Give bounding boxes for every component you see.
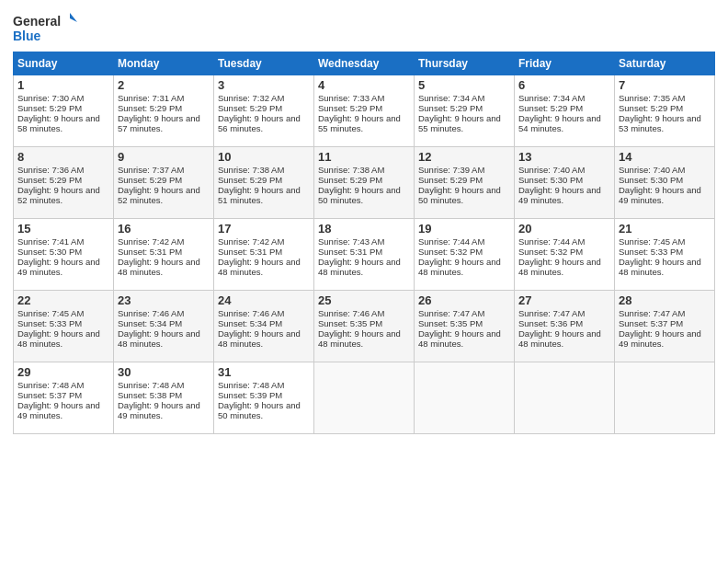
calendar-cell: 19Sunrise: 7:44 AMSunset: 5:32 PMDayligh… bbox=[415, 219, 515, 291]
sunrise: Sunrise: 7:47 AM bbox=[418, 308, 484, 318]
day-number: 10 bbox=[218, 150, 310, 164]
sunrise: Sunrise: 7:46 AM bbox=[318, 308, 384, 318]
calendar-table: SundayMondayTuesdayWednesdayThursdayFrid… bbox=[13, 52, 715, 434]
day-header-friday: Friday bbox=[515, 52, 615, 75]
sunset: Sunset: 5:31 PM bbox=[218, 247, 282, 257]
daylight: Daylight: 9 hours and 48 minutes. bbox=[118, 257, 200, 277]
sunrise: Sunrise: 7:30 AM bbox=[17, 93, 84, 103]
day-number: 13 bbox=[518, 150, 610, 164]
day-number: 2 bbox=[118, 78, 210, 92]
sunrise: Sunrise: 7:48 AM bbox=[218, 380, 284, 390]
day-number: 15 bbox=[17, 222, 109, 236]
day-number: 16 bbox=[118, 222, 210, 236]
calendar-cell: 5Sunrise: 7:34 AMSunset: 5:29 PMDaylight… bbox=[415, 75, 515, 147]
logo: General Blue bbox=[13, 9, 77, 46]
day-number: 8 bbox=[17, 150, 109, 164]
daylight: Daylight: 9 hours and 48 minutes. bbox=[518, 328, 601, 349]
calendar-cell: 16Sunrise: 7:42 AMSunset: 5:31 PMDayligh… bbox=[114, 219, 214, 291]
calendar-cell: 20Sunrise: 7:44 AMSunset: 5:32 PMDayligh… bbox=[515, 219, 615, 291]
day-number: 5 bbox=[418, 78, 510, 92]
sunrise: Sunrise: 7:34 AM bbox=[518, 93, 585, 103]
daylight: Daylight: 9 hours and 49 minutes. bbox=[17, 400, 100, 420]
calendar-cell: 23Sunrise: 7:46 AMSunset: 5:34 PMDayligh… bbox=[114, 291, 214, 362]
daylight: Daylight: 9 hours and 49 minutes. bbox=[17, 257, 100, 277]
sunset: Sunset: 5:36 PM bbox=[518, 318, 583, 328]
sunrise: Sunrise: 7:34 AM bbox=[418, 93, 484, 103]
sunset: Sunset: 5:31 PM bbox=[118, 247, 182, 257]
calendar-cell: 17Sunrise: 7:42 AMSunset: 5:31 PMDayligh… bbox=[214, 219, 314, 291]
daylight: Daylight: 9 hours and 49 minutes. bbox=[518, 185, 601, 205]
sunset: Sunset: 5:31 PM bbox=[318, 247, 382, 257]
sunset: Sunset: 5:32 PM bbox=[418, 247, 483, 257]
day-header-thursday: Thursday bbox=[415, 52, 515, 75]
day-header-monday: Monday bbox=[114, 52, 214, 75]
sunset: Sunset: 5:35 PM bbox=[318, 318, 382, 328]
sunrise: Sunrise: 7:39 AM bbox=[418, 165, 484, 175]
sunrise: Sunrise: 7:32 AM bbox=[218, 93, 284, 103]
daylight: Daylight: 9 hours and 49 minutes. bbox=[118, 400, 200, 420]
calendar-cell: 22Sunrise: 7:45 AMSunset: 5:33 PMDayligh… bbox=[14, 291, 114, 362]
daylight: Daylight: 9 hours and 57 minutes. bbox=[118, 113, 200, 133]
sunrise: Sunrise: 7:31 AM bbox=[118, 93, 184, 103]
daylight: Daylight: 9 hours and 50 minutes. bbox=[318, 185, 401, 205]
calendar-cell: 11Sunrise: 7:38 AMSunset: 5:29 PMDayligh… bbox=[314, 147, 415, 219]
sunset: Sunset: 5:37 PM bbox=[17, 390, 82, 400]
sunset: Sunset: 5:32 PM bbox=[518, 247, 583, 257]
sunset: Sunset: 5:37 PM bbox=[619, 318, 683, 328]
day-number: 3 bbox=[218, 78, 310, 92]
day-header-sunday: Sunday bbox=[14, 52, 114, 75]
sunset: Sunset: 5:34 PM bbox=[218, 318, 282, 328]
calendar-cell: 4Sunrise: 7:33 AMSunset: 5:29 PMDaylight… bbox=[314, 75, 415, 147]
daylight: Daylight: 9 hours and 58 minutes. bbox=[17, 113, 100, 133]
day-number: 17 bbox=[218, 222, 310, 236]
sunset: Sunset: 5:35 PM bbox=[418, 318, 483, 328]
sunset: Sunset: 5:33 PM bbox=[17, 318, 82, 328]
daylight: Daylight: 9 hours and 48 minutes. bbox=[518, 257, 601, 277]
day-number: 9 bbox=[118, 150, 210, 164]
day-number: 23 bbox=[118, 293, 210, 307]
day-number: 4 bbox=[318, 78, 410, 92]
day-number: 12 bbox=[418, 150, 510, 164]
day-number: 25 bbox=[318, 293, 410, 307]
sunrise: Sunrise: 7:45 AM bbox=[17, 308, 84, 318]
calendar-cell: 12Sunrise: 7:39 AMSunset: 5:29 PMDayligh… bbox=[415, 147, 515, 219]
sunset: Sunset: 5:30 PM bbox=[17, 247, 82, 257]
calendar-cell: 30Sunrise: 7:48 AMSunset: 5:38 PMDayligh… bbox=[114, 362, 214, 434]
daylight: Daylight: 9 hours and 54 minutes. bbox=[518, 113, 601, 133]
calendar-cell: 15Sunrise: 7:41 AMSunset: 5:30 PMDayligh… bbox=[14, 219, 114, 291]
daylight: Daylight: 9 hours and 50 minutes. bbox=[218, 400, 301, 420]
day-number: 31 bbox=[218, 365, 310, 379]
sunrise: Sunrise: 7:37 AM bbox=[118, 165, 184, 175]
daylight: Daylight: 9 hours and 53 minutes. bbox=[619, 113, 701, 133]
sunset: Sunset: 5:29 PM bbox=[318, 103, 382, 113]
calendar-cell: 25Sunrise: 7:46 AMSunset: 5:35 PMDayligh… bbox=[314, 291, 415, 362]
calendar-cell: 7Sunrise: 7:35 AMSunset: 5:29 PMDaylight… bbox=[615, 75, 715, 147]
sunset: Sunset: 5:29 PM bbox=[118, 103, 182, 113]
sunrise: Sunrise: 7:33 AM bbox=[318, 93, 384, 103]
calendar-cell: 1Sunrise: 7:30 AMSunset: 5:29 PMDaylight… bbox=[14, 75, 114, 147]
calendar-cell: 31Sunrise: 7:48 AMSunset: 5:39 PMDayligh… bbox=[214, 362, 314, 434]
day-header-wednesday: Wednesday bbox=[314, 52, 415, 75]
daylight: Daylight: 9 hours and 56 minutes. bbox=[218, 113, 301, 133]
sunrise: Sunrise: 7:47 AM bbox=[619, 308, 685, 318]
sunrise: Sunrise: 7:48 AM bbox=[17, 380, 84, 390]
sunrise: Sunrise: 7:38 AM bbox=[318, 165, 384, 175]
calendar-cell: 18Sunrise: 7:43 AMSunset: 5:31 PMDayligh… bbox=[314, 219, 415, 291]
week-row-1: 1Sunrise: 7:30 AMSunset: 5:29 PMDaylight… bbox=[14, 75, 715, 147]
svg-text:Blue: Blue bbox=[13, 29, 41, 43]
sunrise: Sunrise: 7:43 AM bbox=[318, 236, 384, 247]
sunset: Sunset: 5:29 PM bbox=[418, 103, 483, 113]
sunrise: Sunrise: 7:47 AM bbox=[518, 308, 585, 318]
daylight: Daylight: 9 hours and 52 minutes. bbox=[118, 185, 200, 205]
daylight: Daylight: 9 hours and 55 minutes. bbox=[318, 113, 401, 133]
sunset: Sunset: 5:29 PM bbox=[418, 175, 483, 185]
calendar-cell bbox=[314, 362, 415, 434]
calendar-cell: 26Sunrise: 7:47 AMSunset: 5:35 PMDayligh… bbox=[415, 291, 515, 362]
daylight: Daylight: 9 hours and 48 minutes. bbox=[418, 257, 501, 277]
sunrise: Sunrise: 7:46 AM bbox=[218, 308, 284, 318]
day-number: 14 bbox=[619, 150, 711, 164]
sunrise: Sunrise: 7:41 AM bbox=[17, 236, 84, 247]
week-row-3: 15Sunrise: 7:41 AMSunset: 5:30 PMDayligh… bbox=[14, 219, 715, 291]
sunrise: Sunrise: 7:45 AM bbox=[619, 236, 685, 247]
day-number: 30 bbox=[118, 365, 210, 379]
